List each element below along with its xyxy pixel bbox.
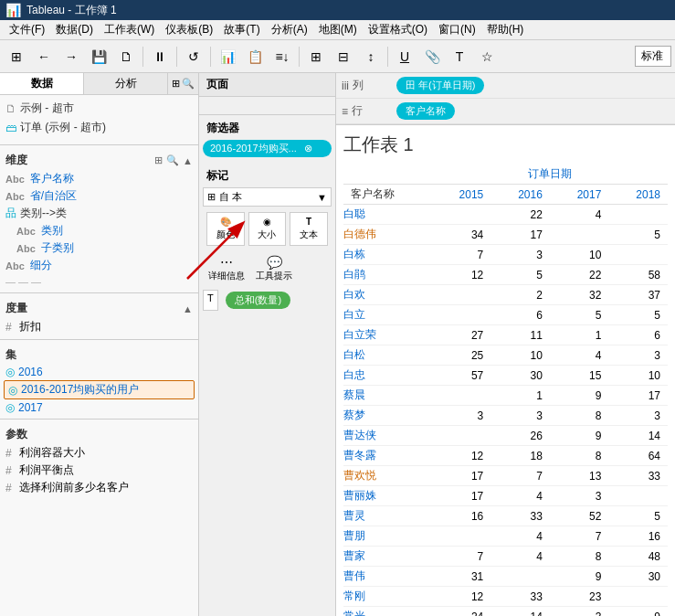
toolbar-sep1 (142, 47, 143, 67)
toolbar-chart2-btn[interactable]: 📋 (242, 44, 268, 69)
text-label: 文本 (300, 228, 318, 241)
data-table: 订单日期 客户名称 2015 2016 2017 2018 白聪 22 4 白德… (343, 165, 668, 616)
menu-help[interactable]: 帮助(H) (481, 20, 530, 39)
menu-format[interactable]: 设置格式(O) (363, 20, 433, 39)
toolbar-refresh-btn[interactable]: ↺ (181, 44, 206, 69)
toolbar-pin-btn[interactable]: 📎 (419, 44, 445, 69)
param-3[interactable]: # 选择利润前多少名客户 (0, 479, 198, 496)
toolbar-sort3-btn[interactable]: ↕ (358, 44, 384, 69)
param-1[interactable]: # 利润容器大小 (0, 444, 198, 462)
dim-province[interactable]: Abc 省/自治区 (0, 187, 198, 205)
cell-2017: 8 (550, 406, 609, 426)
toolbar-grid-btn[interactable]: ⊞ (4, 44, 29, 69)
cell-2015: 17 (432, 466, 491, 486)
dim-collapse-icon[interactable]: ▲ (183, 155, 193, 166)
set-2016[interactable]: ◎ 2016 (0, 365, 198, 379)
marks-type-dropdown[interactable]: ⊞ 自 本 ▼ (203, 187, 332, 207)
search-icon[interactable]: 🔍 (182, 78, 195, 90)
toolbar-t-btn[interactable]: T (447, 44, 472, 69)
dim-category2[interactable]: Abc 类别 (0, 222, 198, 239)
detail-icon: ⋯ (220, 255, 233, 270)
toolbar-sep4 (299, 47, 300, 67)
set-icon-1: ◎ (5, 366, 15, 378)
param-type-2: # (5, 464, 12, 477)
set-2017[interactable]: ◎ 2017 (0, 400, 198, 415)
toolbar-forward-btn[interactable]: → (58, 44, 84, 69)
tab-analysis[interactable]: 分析 (84, 73, 168, 94)
meas-collapse-icon[interactable]: ▲ (183, 303, 193, 314)
marks-detail-btn[interactable]: ⋯ 详细信息 (206, 253, 247, 284)
shelves: iii 列 田 年(订单日期) ≡ 行 客户名称 (336, 73, 675, 125)
cell-2018 (608, 205, 668, 225)
cell-2017: 9 (550, 567, 609, 587)
filter-chip-close[interactable]: ⊗ (304, 143, 312, 154)
dim-segment[interactable]: Abc 细分 (0, 257, 198, 274)
cell-2015: 12 (432, 446, 491, 466)
dim-subcategory[interactable]: Abc 子类别 (0, 239, 198, 257)
toolbar-new-btn[interactable]: 🗋 (113, 44, 139, 69)
cell-2017: 3 (550, 607, 609, 617)
menu-worksheet[interactable]: 工作表(W) (99, 20, 160, 39)
cell-name: 白忠 (343, 366, 432, 386)
toolbar-star-btn[interactable]: ☆ (474, 44, 500, 69)
cell-2015 (432, 205, 491, 225)
cell-2016: 5 (490, 265, 550, 285)
toolbar-back-btn[interactable]: ← (31, 44, 57, 69)
datasource-1[interactable]: 🗋 示例 - 超市 (5, 99, 193, 118)
rows-chip[interactable]: 客户名称 (396, 102, 455, 120)
marks-text-btn[interactable]: T 文本 (290, 212, 328, 246)
cell-2016: 7 (490, 466, 550, 486)
sort-icon[interactable]: ⊞ (172, 78, 180, 90)
menu-data[interactable]: 数据(D) (50, 20, 99, 39)
table-row: 蔡晨 1 9 17 (343, 386, 668, 406)
marks-size-btn[interactable]: ◉ 大小 (248, 212, 287, 246)
datasource-2[interactable]: 🗃 订单 (示例 - 超市) (5, 118, 193, 137)
table-row: 曹达侠 26 9 14 (343, 426, 668, 446)
dim-search-icon[interactable]: 🔍 (166, 154, 179, 166)
col-group-date: 订单日期 (432, 165, 668, 185)
columns-chip[interactable]: 田 年(订单日期) (396, 77, 484, 94)
cell-name: 曹朋 (343, 526, 432, 547)
toolbar-pause-btn[interactable]: ⏸ (147, 44, 173, 69)
size-label: 大小 (258, 228, 276, 241)
measure-discount[interactable]: # 折扣 (0, 318, 198, 335)
toolbar-standard-label[interactable]: 标准 (635, 46, 671, 67)
menu-file[interactable]: 文件(F) (4, 20, 50, 39)
measure-discount-label: 折扣 (19, 319, 41, 335)
toolbar-sep5 (387, 47, 388, 67)
marks-color-btn[interactable]: 🎨 颜色 (206, 212, 245, 246)
table-body: 白聪 22 4 白德伟 34 17 5 白栋 7 3 10 白鹃 12 5 22… (343, 205, 668, 617)
cell-2018: 64 (608, 446, 668, 466)
menu-analysis[interactable]: 分析(A) (266, 20, 313, 39)
menu-dashboard[interactable]: 仪表板(B) (160, 20, 218, 39)
set-2016-2017[interactable]: ◎ 2016-2017均购买的用户 (4, 380, 195, 399)
dim-category-label: 类别-->类 (20, 206, 67, 221)
sum-chip[interactable]: 总和(数量) (226, 292, 290, 309)
col-header-2015: 2015 (432, 185, 491, 205)
dim-grid-icon[interactable]: ⊞ (154, 154, 163, 166)
menu-map[interactable]: 地图(M) (313, 20, 363, 39)
col-group-empty (343, 165, 432, 185)
marks-tooltip-btn[interactable]: 💬 工具提示 (254, 253, 294, 284)
toolbar-chart1-btn[interactable]: 📊 (215, 44, 240, 69)
cell-2018: 3 (608, 345, 668, 366)
tab-data[interactable]: 数据 (0, 73, 84, 94)
cell-2016: 3 (490, 406, 550, 426)
cell-name: 常光 (343, 607, 432, 617)
dim-customer[interactable]: Abc 客户名称 (0, 170, 198, 187)
toolbar-sort1-btn[interactable]: ⊞ (303, 44, 329, 69)
toolbar-save-btn[interactable]: 💾 (86, 44, 111, 69)
cell-2015: 7 (432, 547, 491, 567)
dim-category[interactable]: 品 类别-->类 (0, 205, 198, 222)
filter-chip-1[interactable]: 2016-2017均购买... ⊗ (203, 140, 332, 157)
toolbar-underline-btn[interactable]: U (392, 44, 417, 69)
rows-shelf: ≡ 行 客户名称 (336, 99, 675, 124)
toolbar-sep3 (210, 47, 211, 67)
menu-story[interactable]: 故事(T) (218, 20, 265, 39)
menu-window[interactable]: 窗口(N) (433, 20, 481, 39)
toolbar-sort2-btn[interactable]: ⊟ (331, 44, 356, 69)
filters-section: 筛选器 2016-2017均购买... ⊗ (199, 115, 335, 163)
cell-2015: 31 (432, 567, 491, 587)
toolbar-chart3-btn[interactable]: ≡↓ (269, 44, 295, 69)
param-2[interactable]: # 利润平衡点 (0, 462, 198, 479)
